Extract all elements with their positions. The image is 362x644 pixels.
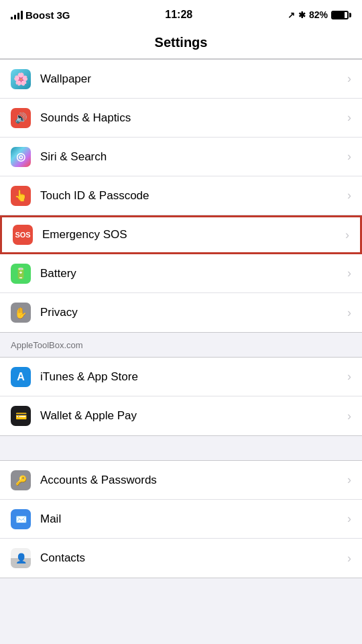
settings-row-privacy[interactable]: ✋ Privacy ›	[0, 293, 362, 332]
touchid-chevron: ›	[347, 189, 351, 203]
privacy-chevron: ›	[347, 306, 351, 320]
settings-list: 🌸 Wallpaper › 🔊 Sounds & Haptics › ◎ Sir…	[0, 59, 362, 641]
settings-row-wallet[interactable]: 💳 Wallet & Apple Pay ›	[0, 396, 362, 435]
signal-bars-icon	[11, 10, 23, 19]
mail-icon: ✉️	[11, 509, 31, 529]
accounts-chevron: ›	[347, 473, 351, 487]
wallet-chevron: ›	[347, 409, 351, 423]
sounds-label: Sounds & Haptics	[40, 111, 347, 125]
carrier-label: Boost	[25, 9, 54, 21]
privacy-icon: ✋	[11, 303, 31, 323]
section-gap	[0, 436, 362, 460]
sos-chevron: ›	[345, 228, 349, 242]
accounts-icon: 🔑	[11, 470, 31, 490]
location-icon: ↗	[288, 10, 295, 20]
appstore-label: iTunes & App Store	[40, 370, 347, 384]
wallet-icon: 💳	[11, 406, 31, 426]
wallet-icon-symbol: 💳	[15, 411, 27, 421]
settings-row-wallpaper[interactable]: 🌸 Wallpaper ›	[0, 60, 362, 99]
network-label: 3G	[57, 9, 70, 21]
sos-icon: SOS	[13, 225, 33, 245]
settings-row-contacts[interactable]: 👤 Contacts ›	[0, 539, 362, 578]
page-title: Settings	[155, 35, 208, 50]
battery-label: Battery	[40, 267, 347, 280]
settings-row-accounts[interactable]: 🔑 Accounts & Passwords ›	[0, 461, 362, 500]
battery-chevron: ›	[347, 266, 351, 280]
contacts-icon: 👤	[11, 548, 31, 568]
battery-percent: 82%	[309, 9, 328, 20]
touchid-icon-symbol: 👆	[14, 189, 27, 202]
contacts-icon-symbol: 👤	[15, 553, 27, 564]
touchid-label: Touch ID & Passcode	[40, 189, 347, 203]
battery-indicator	[331, 11, 351, 19]
privacy-label: Privacy	[40, 306, 347, 319]
settings-group-2: A iTunes & App Store › 💳 Wallet & Apple …	[0, 357, 362, 436]
sounds-chevron: ›	[347, 111, 351, 125]
settings-row-sounds[interactable]: 🔊 Sounds & Haptics ›	[0, 99, 362, 138]
wallpaper-icon-symbol: 🌸	[13, 72, 28, 87]
battery-icon-symbol: 🔋	[14, 267, 27, 280]
settings-group-3: 🔑 Accounts & Passwords › ✉️ Mail › 👤 Con…	[0, 460, 362, 578]
sos-icon-text: SOS	[15, 231, 30, 239]
privacy-icon-symbol: ✋	[14, 307, 27, 319]
siri-icon: ◎	[11, 147, 31, 167]
settings-row-touchid[interactable]: 👆 Touch ID & Passcode ›	[0, 176, 362, 215]
settings-row-siri[interactable]: ◎ Siri & Search ›	[0, 138, 362, 176]
status-right: ↗ ✱ 82%	[288, 9, 351, 20]
settings-row-battery[interactable]: 🔋 Battery ›	[0, 254, 362, 293]
settings-row-appstore[interactable]: A iTunes & App Store ›	[0, 358, 362, 396]
appstore-icon: A	[11, 367, 31, 387]
siri-icon-symbol: ◎	[16, 150, 25, 163]
settings-group-1: 🌸 Wallpaper › 🔊 Sounds & Haptics › ◎ Sir…	[0, 59, 362, 333]
wallet-label: Wallet & Apple Pay	[40, 409, 347, 423]
accounts-icon-symbol: 🔑	[15, 475, 27, 486]
nav-bar: Settings	[0, 30, 362, 59]
wallpaper-icon: 🌸	[11, 69, 31, 89]
status-left: Boost 3G	[11, 9, 70, 21]
status-bar: Boost 3G 11:28 ↗ ✱ 82%	[0, 0, 362, 30]
sounds-icon-symbol: 🔊	[15, 112, 27, 124]
mail-label: Mail	[40, 513, 347, 526]
mail-icon-symbol: ✉️	[15, 514, 27, 525]
appstore-icon-symbol: A	[17, 371, 25, 383]
sos-label: Emergency SOS	[42, 228, 345, 241]
status-time: 11:28	[165, 9, 192, 21]
contacts-chevron: ›	[347, 551, 351, 566]
touchid-icon: 👆	[11, 186, 31, 206]
accounts-label: Accounts & Passwords	[40, 474, 347, 487]
appstore-chevron: ›	[347, 370, 351, 384]
siri-chevron: ›	[347, 150, 351, 164]
mail-chevron: ›	[347, 512, 351, 526]
section-divider-label: AppleToolBox.com	[11, 340, 83, 350]
settings-row-sos[interactable]: SOS Emergency SOS ›	[0, 215, 362, 254]
settings-row-mail[interactable]: ✉️ Mail ›	[0, 500, 362, 539]
wallpaper-chevron: ›	[347, 72, 351, 86]
siri-label: Siri & Search	[40, 150, 347, 164]
sounds-icon: 🔊	[11, 108, 31, 128]
battery-icon: 🔋	[11, 264, 31, 284]
contacts-label: Contacts	[40, 551, 347, 565]
wallpaper-label: Wallpaper	[40, 72, 347, 86]
section-divider: AppleToolBox.com	[0, 333, 362, 357]
bluetooth-icon: ✱	[298, 10, 306, 20]
